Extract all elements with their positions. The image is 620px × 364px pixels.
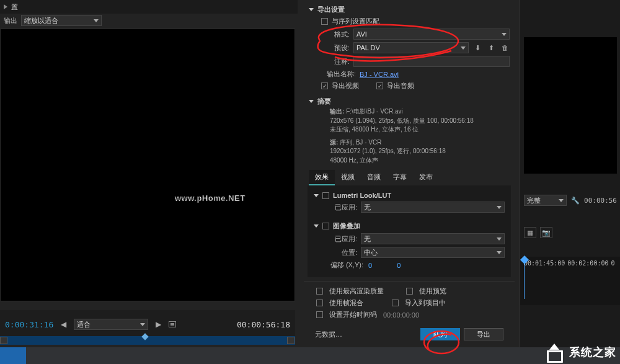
- taskbar-highlight: [0, 347, 26, 364]
- max-render-quality-label: 使用最高渲染质量: [329, 286, 384, 296]
- preset-label: 预设:: [321, 43, 350, 53]
- wrench-icon[interactable]: 🔧: [570, 195, 580, 205]
- format-label: 格式:: [321, 30, 350, 39]
- zoom-value: 缩放以适合: [24, 16, 58, 25]
- overlay-checkbox[interactable]: [322, 223, 329, 229]
- tab-effects[interactable]: 效果: [309, 170, 335, 185]
- next-icon[interactable]: ▶: [153, 320, 164, 329]
- start-timecode-label: 设置开始时间码: [329, 310, 377, 319]
- zoom-select[interactable]: 缩放以适合: [21, 15, 102, 26]
- summary-output-label: 输出:: [330, 108, 344, 115]
- monitor-preset-select[interactable]: 完整: [524, 195, 567, 206]
- chevron-down-icon: [502, 33, 507, 36]
- max-render-quality-checkbox[interactable]: [316, 288, 323, 295]
- overlay-applied-select[interactable]: 无: [361, 233, 505, 244]
- video-preview[interactable]: [0, 29, 295, 301]
- summary-output-line1: 720x576 (1.094), 25fps, 低场, 质量 100, 00:0…: [330, 117, 515, 126]
- overlay-header[interactable]: 图像叠加: [309, 219, 510, 232]
- summary-source-value: 序列, BJ - VCR: [340, 139, 381, 146]
- tab-publish[interactable]: 发布: [413, 170, 439, 185]
- import-into-project-checkbox[interactable]: [392, 300, 399, 306]
- summary-source-line1: 1920x1072 (1.0), 25fps, 逐行, 00:00:56:18: [330, 147, 515, 156]
- chevron-down-icon: [140, 323, 145, 326]
- use-preview-label: 使用预览: [419, 286, 446, 296]
- comments-label: 注释:: [321, 57, 350, 66]
- use-preview-checkbox[interactable]: [406, 288, 413, 295]
- overlay-offset-y[interactable]: 0: [396, 262, 402, 269]
- queue-button[interactable]: 队列: [420, 328, 460, 340]
- chevron-down-icon: [94, 19, 99, 22]
- chevron-down-icon: [314, 224, 319, 228]
- start-timecode-checkbox[interactable]: [316, 311, 323, 318]
- lumetri-checkbox[interactable]: [322, 192, 329, 199]
- output-tab[interactable]: 输出: [4, 16, 17, 25]
- preset-select[interactable]: PAL DV: [353, 42, 469, 53]
- fit-select[interactable]: 适合: [74, 319, 148, 330]
- export-audio-checkbox[interactable]: [376, 82, 383, 89]
- house-icon: [546, 344, 564, 360]
- in-point-handle[interactable]: [0, 337, 7, 344]
- overlay-offset-x[interactable]: 0: [367, 262, 373, 269]
- comments-input[interactable]: [353, 56, 510, 67]
- lumetri-header[interactable]: Lumetri Look/LUT: [309, 189, 510, 200]
- prev-icon[interactable]: ◀: [58, 320, 69, 329]
- fit-value: 适合: [77, 320, 91, 329]
- lumetri-applied-select[interactable]: 无: [361, 202, 505, 213]
- logo-text: 系统之家: [569, 345, 616, 360]
- tab-audio[interactable]: 音频: [361, 170, 387, 185]
- start-timecode-value[interactable]: 00:00:00:00: [383, 311, 419, 319]
- overlay-position-select[interactable]: 中心: [361, 247, 505, 258]
- tab-video[interactable]: 视频: [335, 170, 361, 185]
- ruler-tick: 0: [611, 260, 614, 267]
- chevron-down-icon: [559, 199, 564, 202]
- frame-blend-label: 使用帧混合: [329, 298, 363, 308]
- import-preset-icon[interactable]: ⬆: [486, 43, 496, 53]
- layout-icon[interactable]: ▦: [524, 227, 536, 238]
- window-title: 置: [11, 2, 18, 12]
- output-name-label: 输出名称:: [321, 69, 356, 79]
- watermark-text: www.pHome.NET: [175, 193, 246, 203]
- metadata-label[interactable]: 元数据…: [315, 330, 342, 339]
- chevron-down-icon: [309, 100, 314, 103]
- timeline-panel[interactable]: 00:01:45:00 00:02:00:00 0: [520, 257, 620, 305]
- ruler-tick: 00:02:00:00: [567, 260, 608, 267]
- chevron-down-icon: [461, 47, 466, 50]
- export-settings-header[interactable]: 导出设置: [304, 2, 515, 16]
- export-button[interactable]: 导出: [464, 328, 503, 340]
- playhead-line: [524, 262, 525, 299]
- save-preset-icon[interactable]: ⬇: [472, 43, 482, 53]
- export-video-checkbox[interactable]: [321, 82, 328, 89]
- overlay-applied-label: 已应用:: [326, 234, 357, 244]
- export-video-label: 导出视频: [332, 81, 359, 91]
- site-logo: 系统之家: [546, 344, 616, 360]
- import-into-project-label: 导入到项目中: [405, 298, 446, 308]
- output-name-link[interactable]: BJ - VCR.avi: [360, 71, 399, 78]
- match-sequence-checkbox[interactable]: [321, 18, 328, 25]
- timecode-current[interactable]: 0:00:31:16: [5, 320, 53, 329]
- ruler-tick: 00:01:45:00: [524, 260, 565, 267]
- chevron-down-icon: [497, 251, 502, 254]
- delete-preset-icon[interactable]: 🗑: [500, 43, 510, 53]
- timecode-duration: 00:00:56:18: [237, 320, 290, 329]
- frame-blend-checkbox[interactable]: [316, 300, 323, 306]
- summary-header[interactable]: 摘要: [304, 94, 515, 107]
- taskbar: [0, 347, 620, 364]
- tab-captions[interactable]: 字幕: [387, 170, 413, 185]
- summary-source-line2: 48000 Hz, 立体声: [330, 156, 515, 166]
- match-sequence-label: 与序列设置匹配: [332, 17, 379, 26]
- chevron-down-icon: [314, 194, 319, 197]
- chevron-down-icon: [497, 237, 502, 241]
- out-point-handle[interactable]: [287, 337, 294, 344]
- export-audio-label: 导出音频: [387, 81, 414, 91]
- program-monitor[interactable]: [524, 37, 617, 174]
- summary-output-line2: 未压缩, 48000 Hz, 立体声, 16 位: [330, 125, 515, 135]
- scrub-bar[interactable]: [0, 336, 295, 345]
- overlay-position-label: 位置:: [326, 248, 357, 257]
- tab-pointer-icon: [4, 4, 7, 9]
- aspect-ratio-icon[interactable]: [169, 321, 176, 327]
- chevron-down-icon: [309, 8, 314, 11]
- summary-source-label: 源:: [330, 139, 338, 146]
- format-select[interactable]: AVI: [353, 29, 510, 40]
- snapshot-icon[interactable]: 📷: [540, 227, 552, 238]
- playback-bar: 0:00:31:16 ◀ 适合 ▶ 00:00:56:18: [0, 310, 295, 339]
